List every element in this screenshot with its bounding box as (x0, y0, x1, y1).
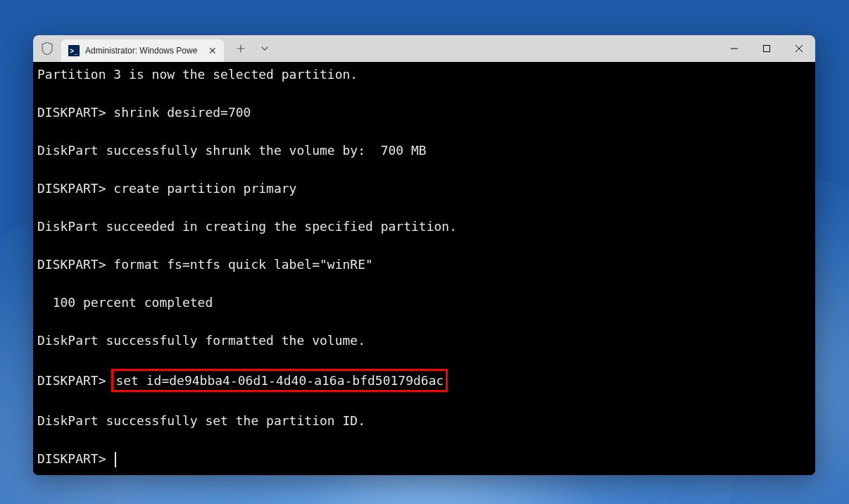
shield-icon (42, 42, 53, 55)
terminal-prompt-line: DISKPART> (37, 449, 811, 468)
terminal-line (37, 236, 811, 255)
window-controls (718, 35, 815, 62)
maximize-icon (763, 45, 770, 52)
tab-dropdown-button[interactable] (253, 39, 276, 58)
close-button[interactable] (783, 35, 815, 62)
prompt-text: DISKPART> (37, 451, 113, 466)
terminal-line: DiskPart succeeded in creating the speci… (37, 217, 811, 236)
terminal-line: DiskPart successfully formatted the volu… (37, 331, 811, 350)
terminal-line (37, 274, 811, 293)
terminal-line (37, 122, 811, 141)
terminal-line: Partition 3 is now the selected partitio… (37, 65, 811, 84)
terminal-line: DISKPART> shrink desired=700 (37, 103, 811, 122)
close-icon (795, 45, 803, 52)
maximize-button[interactable] (750, 35, 783, 62)
terminal-line (37, 198, 811, 217)
terminal-line: 100 percent completed (37, 293, 811, 312)
terminal-line (37, 350, 811, 369)
minimize-icon (731, 45, 738, 52)
new-tab-button[interactable] (229, 39, 252, 58)
terminal-line (37, 160, 811, 179)
titlebar-drag-area[interactable] (276, 35, 718, 62)
tab-close-button[interactable]: ✕ (207, 45, 218, 56)
terminal-line: DiskPart successfully set the partition … (37, 411, 811, 430)
terminal-window: >_ Administrator: Windows Powe ✕ Part (33, 35, 815, 475)
terminal-line (37, 84, 811, 103)
prompt-text: DISKPART> (37, 373, 113, 388)
minimize-button[interactable] (718, 35, 750, 62)
terminal-line: DISKPART> format fs=ntfs quick label="wi… (37, 255, 811, 274)
powershell-icon: >_ (68, 45, 80, 56)
terminal-line (37, 430, 811, 449)
terminal-line (37, 392, 811, 411)
terminal-line: DiskPart successfully shrunk the volume … (37, 141, 811, 160)
terminal-cursor (115, 452, 116, 467)
terminal-tab[interactable]: >_ Administrator: Windows Powe ✕ (61, 39, 224, 62)
svg-rect-0 (764, 46, 770, 52)
terminal-line-highlighted: DISKPART> set id=de94bba4-06d1-4d40-a16a… (37, 369, 811, 392)
admin-shield-icon (33, 35, 61, 62)
terminal-content[interactable]: Partition 3 is now the selected partitio… (33, 62, 815, 475)
terminal-line (37, 312, 811, 331)
plus-icon (237, 44, 245, 53)
annotation-highlight-box: set id=de94bba4-06d1-4d40-a16a-bfd50179d… (111, 369, 448, 392)
terminal-line: DISKPART> create partition primary (37, 179, 811, 198)
tab-title: Administrator: Windows Powe (85, 46, 201, 56)
tab-toolbar (224, 35, 276, 62)
chevron-down-icon (260, 44, 269, 53)
titlebar[interactable]: >_ Administrator: Windows Powe ✕ (33, 35, 815, 62)
